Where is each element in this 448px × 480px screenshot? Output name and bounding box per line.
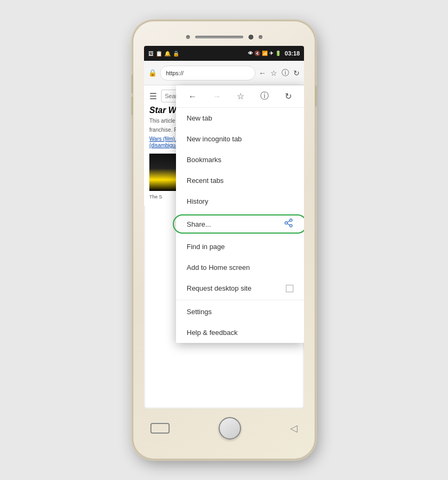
back-icon[interactable]: ← [259,69,266,77]
back-button[interactable]: ◁ [290,422,298,434]
svg-point-0 [290,219,292,222]
notification-icon-2: 📋 [156,51,162,57]
menu-divider [176,300,304,300]
eye-icon: 👁 [248,51,253,56]
menu-item-share-label: Share... [187,220,211,228]
menu-item-new-tab[interactable]: New tab [176,108,304,129]
lock-icon: 🔒 [148,69,157,77]
menu-item-request-desktop-label: Request desktop site [187,284,251,292]
phone-bottom-nav: ◁ [140,412,308,445]
menu-item-add-home-label: Add to Home screen [187,263,250,271]
volume-buttons [131,75,133,115]
wiki-link-1[interactable]: Wars (film). [149,136,177,142]
home-button[interactable] [219,417,241,439]
hamburger-icon[interactable]: ☰ [149,91,157,101]
menu-top-icon-row: ← → ☆ ⓘ ↻ [176,85,304,108]
svg-point-2 [290,225,292,227]
menu-item-history[interactable]: History [176,191,304,212]
menu-item-recent-tabs-label: Recent tabs [187,177,223,185]
sensor-dot-2 [259,35,262,39]
clock: 03:18 [285,50,300,57]
chrome-context-menu: ← → ☆ ⓘ ↻ New tab New incognito tab Book… [176,85,304,343]
notification-icon-4: 🔒 [173,51,179,57]
menu-item-add-home[interactable]: Add to Home screen [176,257,304,278]
menu-item-settings-label: Settings [187,308,212,316]
phone-top [140,31,308,43]
speaker [195,36,243,38]
menu-item-find-label: Find in page [187,243,225,251]
wifi-icon: 📶 [262,51,268,56]
menu-item-find-in-page[interactable]: Find in page [176,236,304,257]
menu-item-help[interactable]: Help & feedback [176,322,304,343]
notification-icon-3: 🔔 [164,51,171,57]
menu-item-new-tab-label: New tab [187,114,212,122]
menu-item-share[interactable]: Share... [176,212,304,236]
svg-point-1 [285,222,287,225]
menu-item-help-label: Help & feedback [187,329,237,337]
menu-item-bookmarks[interactable]: Bookmarks [176,149,304,170]
request-desktop-checkbox[interactable] [286,285,293,292]
menu-back-icon[interactable]: ← [188,92,197,101]
chrome-address-bar[interactable]: 🔒 https:// ← ☆ ⓘ ↻ [144,61,304,85]
info-icon[interactable]: ⓘ [282,68,289,78]
status-left-icons: 🖼 📋 🔔 🔒 [148,51,179,57]
mute-icon: 🔇 [254,51,260,56]
svg-line-3 [287,223,290,225]
share-icon [284,218,293,230]
menu-forward-icon[interactable]: → [213,92,221,101]
menu-bookmark-icon[interactable]: ☆ [237,91,244,101]
sensor-dot [186,35,190,39]
menu-item-new-incognito-label: New incognito tab [187,135,242,143]
star-icon[interactable]: ☆ [270,69,277,77]
svg-line-4 [287,221,290,222]
menu-item-settings[interactable]: Settings [176,301,304,322]
menu-item-history-label: History [187,197,208,205]
battery-icon: 🔋 [275,51,281,56]
status-right-icons: 👁 🔇 📶 ✈ 🔋 03:18 [248,50,300,57]
menu-item-new-incognito[interactable]: New incognito tab [176,129,304,149]
menu-item-recent-tabs[interactable]: Recent tabs [176,170,304,191]
refresh-icon[interactable]: ↻ [293,69,300,77]
menu-item-bookmarks-label: Bookmarks [187,156,221,164]
url-text: https:// [166,70,183,76]
status-bar: 🖼 📋 🔔 🔒 👁 🔇 📶 ✈ 🔋 03:18 [144,46,304,61]
notification-icon: 🖼 [148,51,154,57]
phone-screen: 🖼 📋 🔔 🔒 👁 🔇 📶 ✈ 🔋 03:18 🔒 https:// ← [144,46,304,409]
url-bar[interactable]: https:// [160,66,255,81]
recent-apps-button[interactable] [150,423,170,434]
menu-refresh-icon[interactable]: ↻ [285,91,292,101]
menu-item-request-desktop[interactable]: Request desktop site [176,278,304,299]
phone: 🖼 📋 🔔 🔒 👁 🔇 📶 ✈ 🔋 03:18 🔒 https:// ← [133,21,315,459]
menu-info-icon[interactable]: ⓘ [260,91,269,102]
chrome-toolbar-icons: ← ☆ ⓘ ↻ [259,68,300,78]
camera [249,35,253,39]
airplane-icon: ✈ [269,51,274,56]
power-button [315,85,317,107]
